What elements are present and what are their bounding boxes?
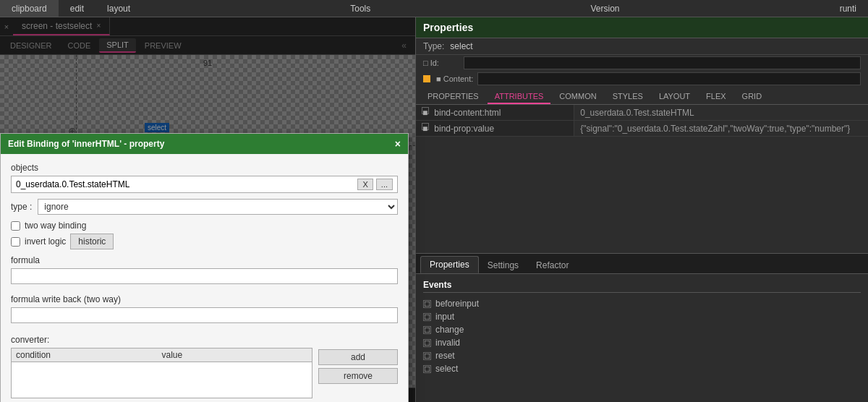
add-btn[interactable]: add	[318, 349, 398, 365]
props-type-value: select	[450, 41, 472, 51]
formula-writeback-label: formula write back (two way)	[11, 294, 398, 304]
clear-btn[interactable]: X	[357, 179, 373, 190]
event-checkbox-input[interactable]: □	[423, 313, 431, 321]
row-key-1: bind-content:html	[434, 108, 501, 118]
formula-writeback-input[interactable]	[11, 307, 398, 323]
event-label-reset: reset	[435, 351, 455, 361]
event-label-change: change	[435, 325, 464, 335]
dots-btn[interactable]: ...	[376, 179, 393, 190]
table-cell-key-2: ■ bind-prop:value	[416, 121, 574, 137]
tab-properties[interactable]: PROPERTIES	[420, 90, 486, 104]
menu-version[interactable]: Version	[579, 0, 631, 17]
objects-input[interactable]	[16, 179, 354, 189]
objects-label: objects	[11, 163, 398, 173]
menu-tools[interactable]: Tools	[339, 0, 382, 17]
event-label-input: input	[435, 312, 454, 322]
props-content-input[interactable]	[477, 72, 861, 85]
two-way-label: two way binding	[25, 221, 86, 231]
type-row: type : ignore string number boolean	[11, 199, 398, 215]
tab-grid[interactable]: GRID	[735, 90, 770, 104]
row-checkbox-2[interactable]: ■	[422, 123, 429, 130]
formula-input[interactable]	[11, 268, 398, 284]
tab-layout[interactable]: LAYOUT	[652, 90, 697, 104]
event-label-invalid: invalid	[435, 338, 460, 348]
props-type-label: Type:	[423, 41, 444, 51]
bottom-tab-settings[interactable]: Settings	[479, 257, 527, 273]
table-cell-value-1: 0_userdata.0.Test.stateHTML	[574, 105, 868, 121]
two-way-checkbox[interactable]	[11, 221, 20, 231]
main-area: × screen - testselect × DESIGNER CODE SP…	[0, 17, 868, 402]
props-tab-bar: PROPERTIES ATTRIBUTES COMMON STYLES LAYO…	[416, 87, 868, 105]
table-row: ■ bind-prop:value {"signal":"0_userdata.…	[416, 121, 868, 137]
row-checkbox-1[interactable]: ■	[422, 107, 429, 114]
invert-logic-checkbox[interactable]	[11, 237, 20, 247]
event-checkbox-select[interactable]: □	[423, 365, 431, 373]
props-id-row: □ Id:	[416, 55, 868, 71]
type-select[interactable]: ignore string number boolean	[38, 199, 398, 215]
two-way-row: two way binding	[11, 221, 398, 231]
event-label-select: select	[435, 364, 458, 374]
event-invalid: □ invalid	[423, 336, 861, 349]
props-type-row: Type: select	[416, 38, 868, 55]
right-panel: Properties Type: select □ Id: ■ Content:…	[416, 17, 868, 402]
converter-label: converter:	[11, 335, 398, 345]
event-checkbox-invalid[interactable]: □	[423, 339, 431, 347]
event-select: □ select	[423, 362, 861, 375]
value-col: value	[162, 350, 308, 360]
events-title: Events	[423, 280, 861, 293]
event-checkbox-reset[interactable]: □	[423, 352, 431, 360]
event-beforeinput: □ beforeinput	[423, 297, 861, 310]
tab-attributes[interactable]: ATTRIBUTES	[488, 90, 551, 104]
type-label: type :	[11, 202, 32, 212]
menu-clipboard[interactable]: clipboard	[0, 0, 59, 17]
modal-close-btn[interactable]: ×	[395, 138, 401, 150]
props-content-row: ■ Content:	[416, 71, 868, 87]
menu-layout[interactable]: layout	[95, 0, 142, 17]
properties-table: ■ bind-content:html 0_userdata.0.Test.st…	[416, 105, 868, 137]
bottom-tab-bar: Properties Settings Refactor	[416, 254, 868, 274]
yellow-square-icon	[423, 75, 430, 82]
tab-styles[interactable]: STYLES	[605, 90, 650, 104]
modal-title: Edit Binding of 'innerHTML' - property	[8, 139, 164, 149]
converter-section: converter: condition value	[11, 335, 398, 398]
tab-flex[interactable]: FLEX	[699, 90, 733, 104]
menu-edit[interactable]: edit	[59, 0, 95, 17]
event-checkbox-change[interactable]: □	[423, 326, 431, 334]
objects-input-row: X ...	[11, 176, 398, 193]
event-change: □ change	[423, 323, 861, 336]
invert-logic-label: invert logic	[25, 236, 66, 247]
properties-header: Properties	[416, 17, 868, 38]
converter-table: condition value	[11, 348, 312, 398]
bottom-props-panel: Properties Settings Refactor Events □ be…	[416, 253, 868, 402]
props-id-label: □ Id:	[423, 59, 459, 67]
props-id-input[interactable]	[464, 56, 861, 69]
table-cell-value-2: {"signal":"0_userdata.0.Test.stateZahl",…	[574, 121, 868, 137]
table-row: ■ bind-content:html 0_userdata.0.Test.st…	[416, 105, 868, 121]
invert-logic-row: invert logic historic	[11, 234, 398, 249]
converter-buttons: add remove	[318, 349, 398, 398]
modal-header: Edit Binding of 'innerHTML' - property ×	[1, 134, 408, 154]
remove-btn[interactable]: remove	[318, 368, 398, 384]
condition-col: condition	[16, 350, 162, 360]
event-reset: □ reset	[423, 349, 861, 362]
modal-body: objects X ... type : ignore string numbe…	[1, 154, 408, 402]
edit-binding-modal: Edit Binding of 'innerHTML' - property ×…	[0, 133, 409, 402]
event-input: □ input	[423, 310, 861, 323]
event-checkbox-beforeinput[interactable]: □	[423, 300, 431, 308]
tab-common[interactable]: COMMON	[552, 90, 603, 104]
left-panel: × screen - testselect × DESIGNER CODE SP…	[0, 17, 416, 402]
formula-section: formula formula write back (two way)	[11, 255, 398, 329]
events-section: Events □ beforeinput □ input □ change □ …	[416, 274, 868, 381]
table-cell-key: ■ bind-content:html	[416, 105, 574, 121]
modal-overlay: Edit Binding of 'innerHTML' - property ×…	[0, 17, 415, 402]
props-content-label: ■ Content:	[436, 74, 473, 83]
row-key-2: bind-prop:value	[434, 124, 494, 134]
bottom-tab-refactor[interactable]: Refactor	[527, 257, 577, 273]
converter-table-header: condition value	[12, 348, 312, 362]
event-label-beforeinput: beforeinput	[435, 299, 479, 309]
menu-runti[interactable]: runti	[828, 0, 868, 17]
bottom-tab-properties[interactable]: Properties	[420, 256, 479, 273]
historic-btn[interactable]: historic	[70, 234, 114, 249]
formula-label: formula	[11, 255, 398, 265]
top-menu-bar: clipboard edit layout Tools Version runt…	[0, 0, 868, 17]
